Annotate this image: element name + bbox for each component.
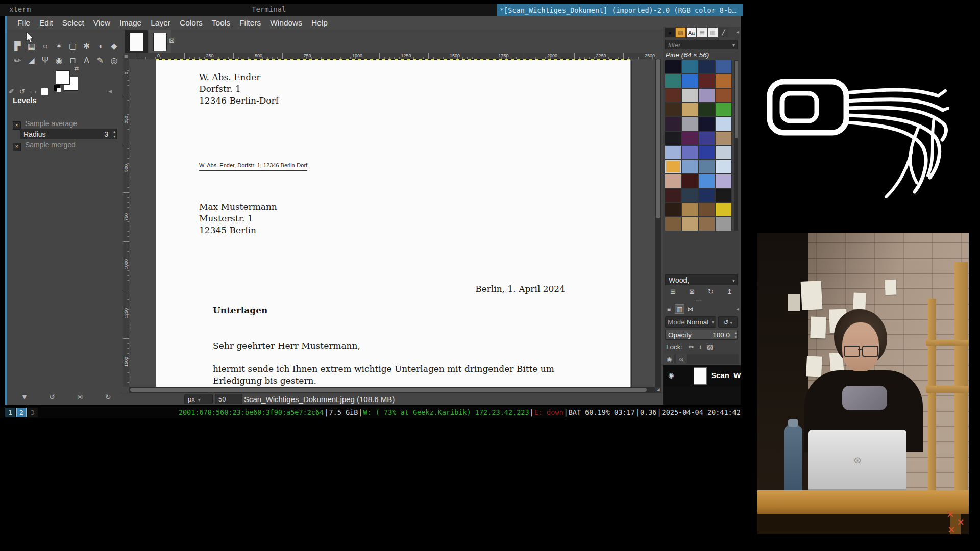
brush-swatch[interactable] (699, 203, 715, 216)
radius-value[interactable]: 3 (104, 129, 108, 140)
vertical-scrollbar[interactable] (655, 59, 662, 387)
brush-swatch[interactable] (665, 146, 681, 159)
swap-colors-icon[interactable]: ⇄ (74, 65, 79, 72)
panel-menu-icon[interactable]: ◂ (108, 87, 112, 95)
smudge-tool-icon[interactable]: ◉ (53, 54, 65, 67)
brush-swatch[interactable] (699, 189, 715, 202)
workspace-button-3[interactable]: 3 (28, 408, 38, 417)
brush-swatch[interactable] (665, 117, 681, 131)
layer-row[interactable]: ◉ Scan_Wic (663, 365, 741, 387)
brush-swatch[interactable] (716, 60, 731, 73)
dock-menu-icon[interactable]: ◂ (736, 29, 739, 35)
brush-swatch[interactable] (699, 74, 715, 88)
restore-settings-icon[interactable]: ↺ (49, 393, 55, 401)
brush-swatch[interactable] (699, 89, 715, 102)
foreground-color-swatch[interactable] (56, 70, 70, 85)
reset-tool-icon[interactable]: ↻ (105, 393, 111, 401)
eye-icon[interactable]: ◉ (664, 354, 674, 364)
crop-tool-icon[interactable]: ▢ (66, 40, 79, 53)
refresh-icon[interactable]: ↻ (708, 288, 714, 295)
layers-tab-icon[interactable]: ≡ (664, 304, 674, 314)
dock-menu-icon[interactable]: ◂ (736, 306, 739, 312)
lock-position-icon[interactable]: + (698, 343, 702, 351)
horizontal-ruler[interactable]: 02505007501000125015001750200022502500 (129, 53, 655, 59)
brush-swatch[interactable] (665, 60, 681, 73)
brush-swatch[interactable] (716, 132, 731, 145)
brushes-tab-icon[interactable]: ● (665, 28, 675, 37)
dock-drag-handle[interactable]: ⋯ (696, 297, 702, 304)
brush-swatch[interactable] (716, 203, 731, 216)
fg-color-icon[interactable] (41, 88, 48, 95)
canvas-viewport[interactable]: W. Abs. Ender Dorfstr. 1 12346 Berlin-Do… (129, 59, 655, 387)
sample-average-row[interactable]: ×Sample average (13, 119, 77, 128)
brush-swatch[interactable] (682, 146, 698, 159)
layer-name[interactable]: Scan_Wic (711, 371, 741, 380)
sample-merged-row[interactable]: ×Sample merged (13, 141, 76, 149)
navigation-preview-button[interactable]: ◢ (655, 387, 662, 393)
scrollbar-thumb[interactable] (735, 61, 738, 138)
unit-select[interactable]: px▾ (184, 394, 213, 404)
workspace-button-1[interactable]: 1 (5, 408, 15, 417)
brush-swatch[interactable] (682, 89, 698, 102)
brush-swatch[interactable] (682, 117, 698, 131)
workspace-window-title[interactable]: xterm (9, 5, 31, 13)
paintbrush-tool-icon[interactable]: ✏ (11, 54, 24, 67)
image-tab-2[interactable] (149, 30, 171, 54)
brush-swatch[interactable] (682, 160, 698, 173)
brush-swatch[interactable] (665, 160, 681, 173)
link-icon[interactable]: ∞ (676, 354, 687, 364)
menu-item-edit[interactable]: Edit (35, 18, 58, 28)
brush-swatch[interactable] (665, 74, 681, 88)
scrollbar-thumb[interactable] (656, 59, 660, 218)
brush-swatch[interactable] (665, 189, 681, 202)
terminal-window-title[interactable]: Terminal (252, 5, 286, 13)
brush-swatch[interactable] (682, 203, 698, 216)
brush-swatch[interactable] (716, 103, 731, 116)
menu-item-filters[interactable]: Filters (235, 18, 265, 28)
brush-swatch[interactable] (699, 60, 715, 73)
fuzzy-select-tool-icon[interactable]: ✶ (53, 40, 65, 53)
bucket-fill-tool-icon[interactable]: ◆ (108, 40, 120, 53)
horizontal-scrollbar[interactable] (129, 387, 655, 393)
brush-swatch[interactable] (699, 132, 715, 145)
menu-item-view[interactable]: View (89, 18, 115, 28)
radius-input[interactable]: Radius 3 ▴▾ (20, 129, 117, 139)
brush-swatch[interactable] (682, 60, 698, 73)
brush-swatch[interactable] (716, 160, 731, 173)
menu-item-colors[interactable]: Colors (175, 18, 207, 28)
mode-select[interactable]: ModeNormal ▾ (665, 316, 716, 328)
document-page[interactable]: W. Abs. Ender Dorfstr. 1 12346 Berlin-Do… (156, 60, 631, 387)
undo-history-icon[interactable]: ↺ (19, 88, 25, 95)
brush-swatch[interactable] (716, 146, 731, 159)
vertical-ruler[interactable]: 0250500750100012501500 (123, 59, 129, 387)
clone-tool-icon[interactable]: Ψ (39, 54, 52, 67)
warp-tool-icon[interactable]: ◖ (94, 40, 107, 53)
brush-swatch[interactable] (682, 74, 698, 88)
brush-swatch[interactable] (716, 117, 731, 131)
menu-item-tools[interactable]: Tools (207, 18, 235, 28)
brush-swatch[interactable] (716, 217, 731, 231)
brush-swatch[interactable] (699, 146, 715, 159)
brush-swatch[interactable] (665, 203, 681, 216)
free-select-tool-icon[interactable]: ○ (39, 40, 52, 53)
image-tab-1[interactable] (125, 30, 148, 54)
transform-tool-icon[interactable]: ✱ (80, 40, 93, 53)
menu-item-file[interactable]: File (13, 18, 35, 28)
alignment-tool-icon[interactable]: ▛ (11, 40, 24, 53)
gradients-tab-icon[interactable]: ▥ (708, 28, 718, 37)
brush-swatch[interactable] (699, 103, 715, 116)
palettes-tab-icon[interactable]: ▤ (697, 28, 707, 37)
opacity-slider[interactable]: Opacity 100.0 ▴▾ (665, 330, 738, 340)
workspace-button-2[interactable]: 2 (16, 408, 27, 417)
tool-presets-tab-icon[interactable]: ╱ (719, 28, 728, 37)
patterns-tab-icon[interactable]: ▨ (676, 28, 685, 37)
save-settings-icon[interactable]: ▼ (21, 393, 28, 401)
channels-tab-icon[interactable]: ▥ (675, 304, 684, 314)
duplicate-icon[interactable]: ⊞ (670, 288, 676, 295)
text-tool-icon[interactable]: A (80, 54, 93, 67)
pointer-window-icon[interactable]: ▭ (30, 88, 36, 95)
brush-swatch[interactable] (716, 189, 731, 202)
brush-swatch[interactable] (699, 217, 715, 231)
brush-swatch[interactable] (682, 217, 698, 231)
menu-item-image[interactable]: Image (115, 18, 146, 28)
